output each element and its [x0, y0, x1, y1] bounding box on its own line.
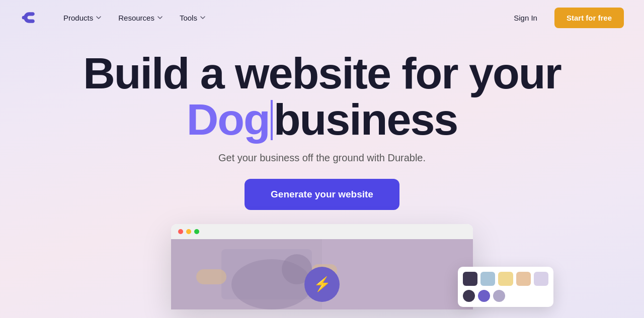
nav-products-label: Products: [63, 14, 93, 22]
nav-tools-label: Tools: [180, 14, 197, 22]
dog-grooming-image: ⚡: [171, 239, 473, 309]
swatch-light: [534, 272, 548, 286]
hero-cursor: [271, 100, 273, 140]
logo[interactable]: [20, 9, 38, 27]
generate-website-button[interactable]: Generate your website: [245, 179, 399, 210]
browser-dot-red: [178, 229, 183, 234]
hero-title: Build a website for your Dog business: [83, 50, 560, 143]
nav-right: Sign In Start for free: [507, 8, 624, 28]
nav-item-products[interactable]: Products: [56, 10, 109, 26]
circle-dark: [463, 290, 475, 302]
palette-row-2: [463, 290, 548, 302]
chevron-down-icon-2: [156, 14, 164, 21]
circle-light: [493, 290, 505, 302]
navbar: Products Resources Tools Sign In Start f…: [0, 0, 644, 35]
hero-highlight-word: Dog: [187, 96, 270, 143]
nav-links: Products Resources Tools: [56, 10, 213, 26]
circle-medium: [478, 290, 490, 302]
durable-logo-icon: [20, 9, 38, 27]
hero-title-suffix: business: [274, 96, 457, 143]
nav-item-resources[interactable]: Resources: [111, 10, 171, 26]
sign-in-button[interactable]: Sign In: [507, 10, 544, 26]
browser-dot-yellow: [186, 229, 191, 234]
svg-point-1: [22, 16, 26, 19]
swatch-dark: [463, 272, 477, 286]
hero-title-line1: Build a website for your: [83, 48, 560, 98]
hero-section: Build a website for your Dog business Ge…: [0, 35, 644, 309]
nav-left: Products Resources Tools: [20, 9, 213, 27]
nav-resources-label: Resources: [118, 14, 154, 22]
color-palette-card: [458, 267, 553, 307]
browser-mockup-container: ⚡: [0, 224, 644, 309]
browser-toolbar: [171, 224, 473, 239]
chevron-down-icon: [95, 14, 102, 21]
nav-item-tools[interactable]: Tools: [173, 10, 213, 26]
chevron-down-icon-3: [199, 14, 206, 21]
hero-subtitle: Get your business off the ground with Du…: [218, 152, 426, 164]
lightning-icon: ⚡: [313, 276, 331, 292]
play-button[interactable]: ⚡: [304, 267, 340, 302]
browser-content: ⚡: [171, 239, 473, 309]
hero-title-line2: Dog business: [83, 96, 560, 143]
browser-dot-green: [194, 229, 199, 234]
palette-row-1: [463, 272, 548, 286]
swatch-blue: [480, 272, 495, 286]
swatch-yellow: [498, 272, 513, 286]
svg-rect-7: [196, 269, 226, 284]
start-for-free-button[interactable]: Start for free: [554, 8, 624, 28]
browser-mockup: ⚡: [171, 224, 473, 309]
swatch-peach: [516, 272, 531, 286]
